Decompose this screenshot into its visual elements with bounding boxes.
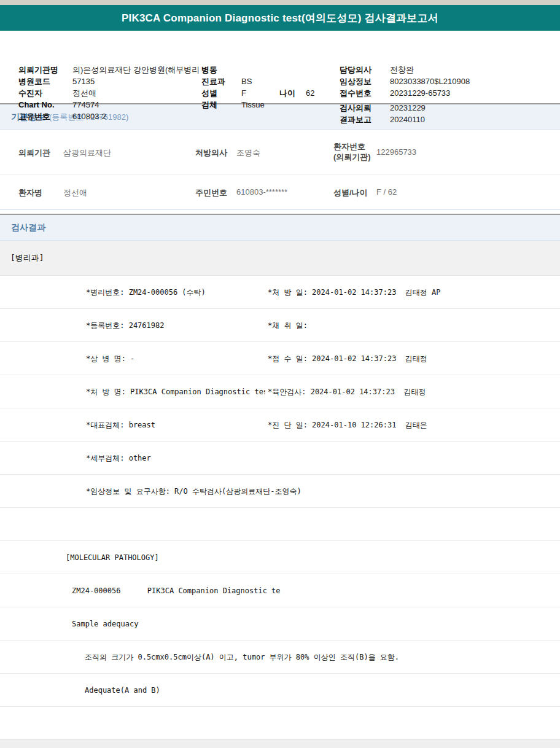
dept-value: BS xyxy=(241,77,252,86)
chart-no-label: Chart No. xyxy=(18,100,55,109)
result-rows: *병리번호: ZM24-000056 (수탁) *처 방 일: 2024-01-… xyxy=(0,276,560,707)
sex-age-value: F / 62 xyxy=(376,187,397,197)
diagnosis-name-text: *상 병 명: - xyxy=(86,353,134,364)
referring-org-value: 삼광의료재단 xyxy=(63,147,111,158)
receipt-date-text: *접 수 일: 2024-01-02 14:37:23 김태정 xyxy=(268,353,427,364)
rrn-label: 주민번호 xyxy=(195,187,227,198)
patient-no-value: 122965733 xyxy=(376,147,416,157)
clinical-info-label: 임상정보 xyxy=(340,77,371,86)
footer-strip xyxy=(0,739,560,748)
report-header-info: 의뢰기관명 의)은성의료재단 강안병원(해부병리 병동 담당의사 전창완 병원코… xyxy=(0,31,560,103)
receipt-no-value: 20231229-65733 xyxy=(390,88,450,98)
chart-no-value: 774574 xyxy=(72,100,99,109)
dept-label: 진료과 xyxy=(201,77,225,86)
collection-date-text: *채 취 일: xyxy=(268,320,308,330)
result-row-registration-no: *등록번호: 24761982 *채 취 일: xyxy=(0,309,560,342)
result-row-adequacy-criteria: 조직의 크기가 0.5cmx0.5cm이상(A) 이고, tumor 부위가 8… xyxy=(0,641,560,674)
patient-no-label-line2: (의뢰기관) xyxy=(333,152,371,162)
molecular-pathology-header-text: [MOLECULAR PATHOLOGY] xyxy=(66,553,159,562)
prescriber-label: 처방의사 xyxy=(195,147,227,158)
clinical-info-value: 8023033870$L210908 xyxy=(390,77,470,86)
test-request-label: 검사의뢰 xyxy=(340,103,371,112)
ward-label: 병동 xyxy=(201,65,217,74)
sub-specimen-text: *세부검체: other xyxy=(86,453,151,463)
dept-pathology-row: [병리과] xyxy=(0,241,560,276)
doctor-value: 전창완 xyxy=(390,65,414,74)
unique-no-value: 610803-2 xyxy=(72,112,106,121)
gross-exam-date-text: *육안검사: 2024-01-02 14:37:23 김태정 xyxy=(268,386,426,397)
window-top-strip xyxy=(0,0,560,5)
result-row-molecular-pathology-header: [MOLECULAR PATHOLOGY] xyxy=(0,541,560,574)
result-row-prescription-name: *처 방 명: PIK3CA Companion Diagnostic test… xyxy=(0,375,560,408)
receipt-no-label: 접수번호 xyxy=(340,88,371,98)
test-result-section-header: 검사결과 xyxy=(0,214,560,241)
result-row-diagnosis-name: *상 병 명: - *접 수 일: 2024-01-02 14:37:23 김태… xyxy=(0,342,560,375)
doctor-label: 담당의사 xyxy=(340,65,371,74)
patient-info-table: 의뢰기관 삼광의료재단 처방의사 조영숙 환자번호(의뢰기관) 12296573… xyxy=(0,130,560,214)
patient-no-label: 환자번호(의뢰기관) xyxy=(333,141,371,162)
test-result-title: 검사결과 xyxy=(11,222,45,233)
result-row-main-specimen: *대표검체: breast *진 단 일: 2024-01-10 12:26:3… xyxy=(0,408,560,442)
registration-no-text: *등록번호: 24761982 xyxy=(86,320,164,330)
result-report-label: 결과보고 xyxy=(340,115,371,124)
report-title-bar: PIK3CA Companion Diagnostic test(여의도성모) … xyxy=(0,5,560,31)
report-title: PIK3CA Companion Diagnostic test(여의도성모) … xyxy=(122,11,438,25)
result-report-value: 20240110 xyxy=(390,115,425,124)
test-request-value: 20231229 xyxy=(390,103,426,112)
result-row-sub-specimen: *세부검체: other xyxy=(0,442,560,475)
sex-value: F xyxy=(241,88,246,98)
adequacy-criteria-text: 조직의 크기가 0.5cmx0.5cm이상(A) 이고, tumor 부위가 8… xyxy=(85,652,399,662)
patient-info-row: 의뢰기관 삼광의료재단 처방의사 조영숙 환자번호(의뢰기관) 12296573… xyxy=(0,130,560,174)
prescriber-value: 조영숙 xyxy=(236,147,260,158)
patient-info-row: 환자명 정선애 주민번호 610803-******* 성별/나이 F / 62 xyxy=(0,174,560,210)
hospital-code-label: 병원코드 xyxy=(18,77,50,86)
clinical-request-text: *임상정보 및 요구사항: R/O 수탁검사(삼광의료재단-조영숙) xyxy=(86,486,301,496)
dept-pathology-label: [병리과] xyxy=(10,252,44,263)
prescribe-date-text: *처 방 일: 2024-01-02 14:37:23 김태정 AP xyxy=(268,287,441,297)
examinee-value: 정선애 xyxy=(72,88,96,98)
org-name-value: 의)은성의료재단 강안병원(해부병리 xyxy=(72,65,199,74)
result-row-pathology-no: *병리번호: ZM24-000056 (수탁) *처 방 일: 2024-01-… xyxy=(0,276,560,309)
result-row-test-id: ZM24-000056 PIK3CA Companion Diagnostic … xyxy=(0,574,560,607)
org-name-label: 의뢰기관명 xyxy=(18,65,58,74)
examinee-label: 수진자 xyxy=(18,88,42,98)
patient-name-label: 환자명 xyxy=(18,187,42,198)
result-row-sample-adequacy: Sample adequacy xyxy=(0,607,560,641)
sex-label: 성별 xyxy=(201,88,217,98)
test-id-text: ZM24-000056 PIK3CA Companion Diagnostic … xyxy=(72,586,281,595)
pathology-no-text: *병리번호: ZM24-000056 (수탁) xyxy=(86,287,206,297)
main-specimen-text: *대표검체: breast xyxy=(86,419,155,430)
adequacy-result-text: Adequate(A and B) xyxy=(85,686,160,695)
result-row-clinical-request: *임상정보 및 요구사항: R/O 수탁검사(삼광의료재단-조영숙) xyxy=(0,475,560,508)
age-label: 나이 xyxy=(279,88,295,98)
rrn-value: 610803-******* xyxy=(236,187,287,197)
specimen-label: 검체 xyxy=(201,100,217,109)
report-page: PIK3CA Companion Diagnostic test(여의도성모) … xyxy=(0,0,560,748)
sample-adequacy-text: Sample adequacy xyxy=(72,620,138,628)
diagnosis-date-text: *진 단 일: 2024-01-10 12:26:31 김태은 xyxy=(268,419,427,430)
age-value: 62 xyxy=(306,88,314,98)
hospital-code-value: 57135 xyxy=(72,77,95,86)
prescription-name-text: *처 방 명: PIK3CA Companion Diagnostic test… xyxy=(86,386,265,397)
sex-age-label: 성별/나이 xyxy=(333,187,368,198)
patient-no-label-line1: 환자번호 xyxy=(333,142,365,151)
referring-org-label: 의뢰기관 xyxy=(18,147,50,158)
result-row-empty xyxy=(0,508,560,541)
patient-name-value: 정선애 xyxy=(63,187,87,198)
result-row-adequacy-result: Adequate(A and B) xyxy=(0,674,560,707)
unique-no-label: 고유번호 xyxy=(18,112,50,121)
specimen-value: Tissue xyxy=(241,100,265,109)
